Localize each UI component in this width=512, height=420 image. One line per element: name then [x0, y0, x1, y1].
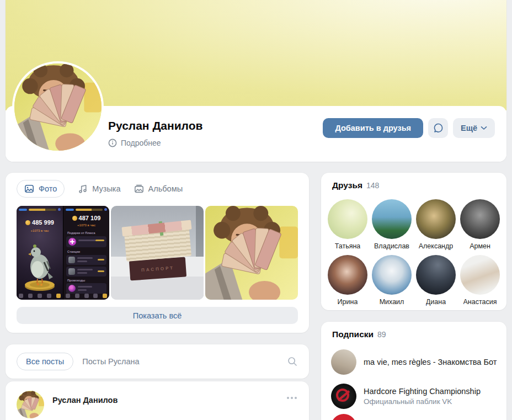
candy-icon: [68, 285, 76, 292]
friends-count: 148: [366, 181, 379, 190]
friends-title: Друзья: [332, 180, 362, 190]
more-label: Ещё: [461, 124, 477, 132]
subscription-title: ma vie, mes règles - Знакомства Бот: [364, 358, 497, 366]
coin-icon: [72, 216, 77, 221]
avatar: [331, 384, 356, 409]
photo-game-screenshot[interactable]: 485 999 +1073 в час 487 109 +1073 в час …: [17, 206, 109, 300]
friend-name: Владислав: [374, 242, 409, 250]
albums-icon: [134, 184, 144, 194]
friend-name: Александр: [419, 242, 454, 250]
subscriptions-card: Подписки 89 ma vie, mes règles - Знакомс…: [321, 322, 506, 420]
details-link[interactable]: Подробнее: [108, 139, 161, 147]
profile-avatar[interactable]: [12, 61, 104, 153]
post-card[interactable]: Руслан Данилов: [6, 381, 309, 420]
photo-money-stack[interactable]: ПАСПОРТ: [111, 206, 204, 300]
friend-name: Ирина: [338, 298, 358, 306]
filter-owner-posts[interactable]: Посты Руслана: [82, 357, 139, 366]
subscription-title: Hardcore Fighting Championship: [364, 387, 481, 396]
friend-item[interactable]: Михаил: [370, 255, 414, 306]
hardcore-logo-icon: [336, 389, 349, 402]
friends-grid: Татьяна Владислав Александр Армен Ирина …: [326, 199, 502, 311]
game-rate-right: +1073 в час: [63, 224, 109, 227]
avatar: [328, 255, 367, 295]
photo-strip: 485 999 +1073 в час 487 109 +1073 в час …: [17, 206, 298, 300]
more-button[interactable]: Ещё: [453, 118, 495, 138]
avatar: [331, 414, 356, 420]
filter-all-posts[interactable]: Все посты: [17, 353, 73, 370]
tab-music-label: Музыка: [92, 184, 120, 193]
avatar: [372, 255, 412, 295]
message-button[interactable]: [428, 118, 448, 138]
add-friend-button[interactable]: Добавить в друзья: [323, 118, 423, 138]
post-menu-button[interactable]: [287, 397, 297, 399]
tab-music[interactable]: Музыка: [78, 184, 120, 194]
pigeon-character: [20, 238, 59, 293]
profile-actions: Добавить в друзья Ещё: [323, 118, 495, 138]
money-selfie-image: [205, 206, 298, 300]
friend-item[interactable]: Диана: [414, 255, 458, 306]
profile-header-card: Руслан Данилов Подробнее Добавить в друз…: [6, 0, 506, 162]
post-author-name[interactable]: Руслан Данилов: [52, 396, 118, 405]
game-promos-label: Промокоды: [67, 279, 85, 282]
avatar: [331, 349, 356, 375]
friend-item[interactable]: Александр: [414, 199, 458, 250]
photo-icon: [24, 184, 34, 194]
photos-card: Фото Музыка Альбомы: [6, 173, 309, 333]
info-icon: [108, 139, 117, 147]
money-selfie-image: [17, 391, 44, 418]
subscription-subtitle: Официальный паблик VK: [364, 397, 481, 406]
tab-photos-label: Фото: [39, 184, 57, 193]
post-author-avatar[interactable]: [17, 391, 44, 418]
plus-icon: [68, 238, 76, 246]
chevron-down-icon: [481, 126, 487, 130]
subscription-item[interactable]: Hardcore Fighting Championship Официальн…: [331, 384, 498, 409]
music-note-icon: [78, 184, 88, 194]
friends-card: Друзья 148 Татьяна Владислав Александр А…: [321, 173, 506, 310]
game-screen-left: 485 999 +1073 в час: [17, 206, 63, 300]
game-rate-left: +1073 в час: [17, 229, 63, 232]
subscriptions-header[interactable]: Подписки 89: [332, 329, 386, 339]
tab-albums-label: Альбомы: [148, 184, 183, 193]
show-all-button[interactable]: Показать всё: [17, 307, 298, 324]
friend-item[interactable]: Татьяна: [326, 199, 370, 250]
tab-photos[interactable]: Фото: [17, 180, 65, 198]
game-balance-left: 485 999: [32, 219, 54, 226]
avatar: [460, 199, 500, 239]
subscriptions-count: 89: [377, 330, 386, 339]
subscription-item[interactable]: [331, 414, 498, 420]
vk-profile-page: Руслан Данилов Подробнее Добавить в друз…: [0, 0, 512, 420]
friend-name: Диана: [426, 298, 446, 306]
avatar: [416, 199, 456, 239]
search-button[interactable]: [287, 356, 298, 367]
game-stations-label: Станции: [67, 250, 80, 253]
game-screen-right: 487 109 +1073 в час Подарки от Плюса Ста…: [63, 206, 109, 300]
photo-money-selfie[interactable]: [205, 206, 298, 300]
friend-item[interactable]: Ирина: [326, 255, 370, 306]
subscription-item[interactable]: ma vie, mes règles - Знакомства Бот: [331, 349, 498, 375]
profile-name: Руслан Данилов: [108, 119, 202, 132]
tab-albums[interactable]: Альбомы: [134, 184, 183, 194]
game-gifts-label: Подарки от Плюса: [67, 231, 95, 235]
friend-item[interactable]: Анастасия: [458, 255, 502, 306]
friend-item[interactable]: Армен: [458, 199, 502, 250]
avatar: [328, 199, 367, 239]
friend-name: Армен: [470, 242, 490, 250]
subscriptions-title: Подписки: [332, 329, 374, 339]
media-tabs: Фото Музыка Альбомы: [17, 180, 183, 198]
friends-header[interactable]: Друзья 148: [332, 180, 379, 190]
friend-name: Анастасия: [463, 298, 497, 306]
avatar: [416, 255, 456, 295]
passport-label: ПАСПОРТ: [141, 265, 175, 272]
details-label: Подробнее: [121, 139, 161, 147]
avatar: [372, 199, 412, 239]
friend-name: Михаил: [380, 298, 404, 306]
coin-icon: [25, 220, 30, 225]
posts-filter-card: Все посты Посты Руслана: [6, 344, 309, 379]
friend-name: Татьяна: [335, 242, 361, 250]
money-selfie-image: [14, 63, 102, 151]
ellipsis-icon: [287, 397, 289, 399]
avatar: [460, 255, 500, 295]
search-icon: [287, 356, 298, 367]
friend-item[interactable]: Владислав: [370, 199, 414, 250]
game-balance-right: 487 109: [79, 215, 101, 221]
